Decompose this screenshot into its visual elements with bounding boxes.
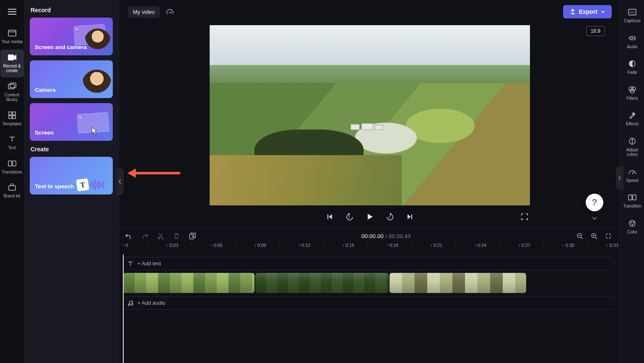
add-text-label: + Add text [138,261,161,267]
card-text-to-speech[interactable]: T Text to speech [30,157,113,194]
avatar-illustration [84,29,111,55]
svg-rect-7 [13,116,16,119]
timeline-ruler[interactable]: 00:030:060:090:120:150:180:210:240:270:3… [123,243,614,254]
skip-start-button[interactable] [324,211,335,222]
prop-label: Captions [624,18,640,23]
card-screen[interactable]: Screen [30,103,113,141]
record-icon [8,53,17,62]
svg-point-29 [629,220,635,226]
section-heading-create: Create [31,146,116,153]
prop-audio[interactable]: Audio [621,29,644,54]
zoom-in-button[interactable] [590,232,598,240]
chevron-right-icon [618,176,621,181]
prop-transition[interactable]: Transition [621,189,644,214]
play-button[interactable] [364,211,375,222]
section-heading-record: Record [31,7,116,13]
prop-label: Filters [626,96,638,101]
panel-collapse-button[interactable] [116,168,124,195]
stage-header: My video Export [119,0,620,23]
undo-button[interactable] [125,232,133,240]
prop-adjust-colors[interactable]: Adjust colors [621,132,644,162]
zoom-fit-button[interactable] [604,232,613,240]
audio-icon [628,34,637,43]
svg-rect-4 [9,112,12,115]
project-title[interactable]: My video [128,6,160,18]
rewind-button[interactable]: 5 [344,211,355,222]
prop-captions[interactable]: CCCaptions [621,3,644,29]
svg-point-13 [158,237,160,239]
nav-your-media[interactable]: Your media [0,25,24,49]
help-button[interactable]: ? [586,194,603,211]
video-preview[interactable] [210,25,530,205]
split-button[interactable] [156,232,165,240]
nav-label: Templates [3,122,22,127]
prop-color[interactable]: Color [621,215,644,240]
skip-end-button[interactable] [405,211,415,222]
adjust-icon [628,137,637,146]
property-collapse-button[interactable] [616,166,623,190]
property-rail: CCCaptions Audio Fade Filters Effects Ad… [620,0,644,363]
export-button[interactable]: Export [563,5,612,18]
audio-track[interactable]: + Add audio [123,296,614,310]
cursor-icon [91,127,99,136]
nav-record-create[interactable]: Record & create [0,49,24,78]
svg-rect-28 [633,195,636,200]
effects-icon [628,111,637,120]
chevron-down-icon [601,10,605,13]
prop-fade[interactable]: Fade [621,55,644,80]
cloud-sync-icon [166,9,174,15]
playhead[interactable] [123,254,124,363]
captions-icon: CC [628,8,637,17]
help-expand-button[interactable] [591,215,598,222]
svg-rect-8 [8,161,12,166]
hamburger-icon [8,9,16,15]
video-clip-3[interactable] [390,273,526,293]
nav-templates[interactable]: Templates [0,107,24,131]
aspect-ratio-button[interactable]: 16:9 [586,26,605,36]
nav-text[interactable]: Text [0,131,24,155]
prop-label: Transition [623,204,641,209]
svg-text:5: 5 [348,216,350,219]
prop-speed[interactable]: Speed [621,163,644,188]
ruler-tick: 0:15 [345,243,354,248]
tts-illustration: T [77,179,109,191]
chevron-down-icon [592,217,597,220]
card-screen-and-camera[interactable]: Screen and camera [30,18,113,55]
prop-label: Adjust colors [621,148,644,157]
card-camera[interactable]: Camera [30,60,113,98]
svg-text:CC: CC [630,10,635,14]
ruler-tick: 0:27 [522,243,530,248]
nav-label: Text [8,145,16,150]
redo-button[interactable] [140,232,149,240]
menu-button[interactable] [4,3,21,20]
text-track[interactable]: + Add text [123,257,614,270]
prop-label: Fade [628,70,637,75]
nav-label: Transitions [2,170,22,175]
nav-transitions[interactable]: Transitions [0,156,24,179]
svg-rect-10 [9,186,16,190]
prop-effects[interactable]: Effects [621,106,644,132]
ruler-tick: 0:30 [565,243,574,248]
prop-filters[interactable]: Filters [621,81,644,106]
ruler-tick: 0:06 [213,243,222,248]
help-icon: ? [592,197,597,208]
upload-icon [570,9,576,15]
zoom-out-button[interactable] [576,232,584,240]
nav-brand-kit[interactable]: Brand kit [0,179,24,203]
forward-button[interactable]: 5 [384,211,395,222]
nav-content-library[interactable]: Content library [0,78,24,106]
video-track[interactable] [123,273,614,294]
video-clip-1[interactable] [123,273,254,293]
video-clip-2[interactable] [255,273,389,293]
left-nav-rail: Your media Record & create Content libra… [0,0,24,363]
ruler-tick: 0 [125,243,128,248]
timeline-toolbar: 00:00.00 / 00:30.43 [123,231,614,243]
brandkit-icon [8,183,17,192]
fullscreen-button[interactable] [519,211,530,222]
delete-button[interactable] [172,232,181,240]
nav-label: Record & create [0,64,24,73]
sync-status-icon[interactable] [165,7,175,17]
nav-label: Brand kit [4,194,20,199]
duplicate-button[interactable] [188,232,197,240]
transition-icon [628,193,637,202]
